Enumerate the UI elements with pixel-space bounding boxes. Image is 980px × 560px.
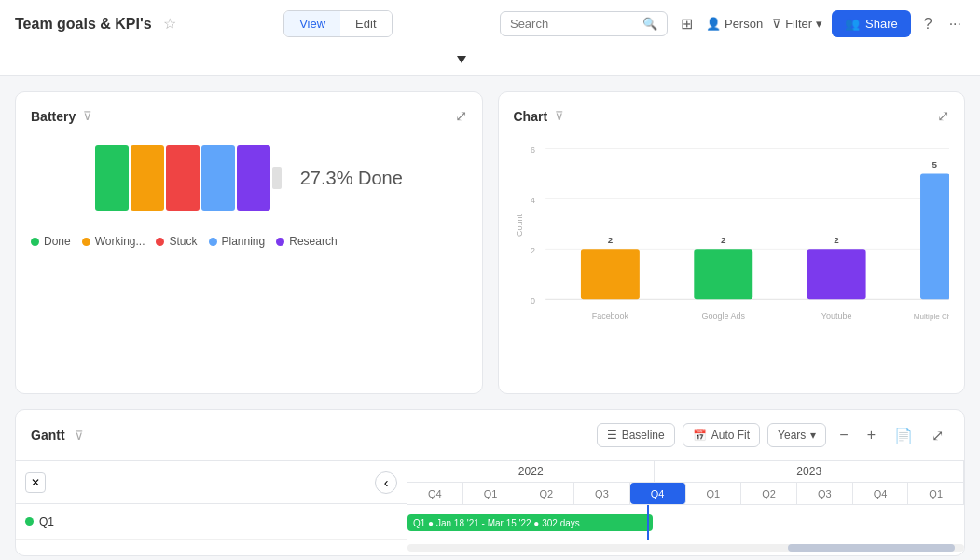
search-box[interactable]: 🔍 — [500, 11, 668, 36]
subheader — [0, 48, 980, 76]
gantt-title: Gantt — [31, 428, 65, 443]
main-content: Battery ⊽ ⤢ 27.3% Done Done Working... — [0, 76, 980, 560]
gantt-minus-button[interactable]: − — [834, 425, 853, 445]
gantt-scrollbar[interactable] — [407, 544, 964, 552]
svg-text:Facebook: Facebook — [591, 311, 628, 321]
year-2022: 2022 — [407, 461, 655, 482]
battery-visual: 27.3% Done — [31, 136, 467, 229]
legend-item-planning: Planning — [209, 235, 266, 248]
svg-text:5: 5 — [932, 159, 937, 170]
baseline-button[interactable]: ☰ Baseline — [597, 423, 675, 447]
battery-cap — [272, 167, 282, 189]
header: Team goals & KPI's ☆ View Edit 🔍 ⊞ 👤 Per… — [0, 0, 980, 48]
chart-card-header: Chart ⊽ ⤢ — [514, 107, 950, 125]
battery-percent-text: 27.3% Done — [300, 168, 403, 189]
battery-bar-done — [95, 145, 129, 211]
svg-text:Youtube: Youtube — [821, 311, 851, 321]
edit-button[interactable]: Edit — [340, 11, 391, 36]
quarter-q3-2022: Q3 — [574, 483, 630, 504]
quarter-q1-2023: Q1 — [686, 483, 742, 504]
help-icon[interactable]: ? — [920, 12, 936, 36]
share-icon: 👥 — [845, 17, 860, 31]
table-icon[interactable]: ⊞ — [677, 11, 697, 36]
gantt-timeline-header: 2022 2023 Q4 Q1 Q2 Q3 Q4 Q1 Q2 — [407, 461, 964, 505]
view-button[interactable]: View — [284, 11, 340, 36]
legend-item-research: Research — [276, 235, 337, 248]
quarter-q2-2023: Q2 — [741, 483, 797, 504]
legend-label-stuck: Stuck — [169, 235, 197, 248]
legend-item-done: Done — [31, 235, 71, 248]
chevron-down-icon: ▾ — [816, 17, 822, 31]
chart-filter-icon[interactable]: ⊽ — [555, 109, 564, 123]
battery-legend: Done Working... Stuck Planning Research — [31, 229, 467, 248]
battery-title: Battery — [31, 109, 76, 124]
gantt-today-line — [647, 505, 649, 540]
bar-facebook — [580, 249, 639, 299]
years-select[interactable]: Years ▾ — [767, 423, 826, 447]
svg-text:Google Ads: Google Ads — [701, 311, 745, 321]
chart-area: 6 4 2 0 Count 2 Facebook 2 Google Ads — [514, 136, 950, 378]
autofit-icon: 📅 — [693, 429, 707, 442]
filter-icon: ⊽ — [772, 17, 781, 31]
legend-dot-stuck — [156, 238, 164, 246]
search-icon: 🔍 — [642, 17, 657, 31]
gantt-right: 2022 2023 Q4 Q1 Q2 Q3 Q4 Q1 Q2 — [407, 461, 964, 555]
battery-bar-working — [131, 145, 164, 211]
gantt-plus-button[interactable]: + — [862, 425, 881, 445]
view-edit-toggle: View Edit — [283, 10, 392, 37]
filter-button[interactable]: ⊽ Filter ▾ — [772, 17, 822, 31]
battery-bars — [95, 145, 282, 211]
autofit-button[interactable]: 📅 Auto Fit — [683, 423, 760, 447]
chart-title: Chart — [514, 109, 548, 124]
gantt-header: Gantt ⊽ ☰ Baseline 📅 Auto Fit Years ▾ − … — [16, 410, 964, 461]
svg-text:Multiple Cha: Multiple Cha — [913, 312, 949, 321]
person-icon: 👤 — [706, 17, 721, 31]
gantt-left: ✕ ‹ Q1 — [16, 461, 407, 555]
gantt-scroll-left-button[interactable]: ‹ — [375, 471, 397, 494]
person-button[interactable]: 👤 Person — [706, 17, 763, 31]
quarter-q4-2022-highlight: Q4 — [630, 483, 686, 504]
legend-item-working: Working... — [82, 235, 145, 248]
legend-label-planning: Planning — [222, 235, 266, 248]
quarter-q1-2022: Q1 — [463, 483, 519, 504]
gantt-expand-button[interactable]: ⤢ — [926, 425, 949, 446]
svg-text:2: 2 — [607, 235, 613, 245]
quarter-q4-2023: Q4 — [853, 483, 909, 504]
gantt-left-header: ✕ ‹ — [16, 461, 407, 504]
bar-google-ads — [694, 249, 752, 299]
share-button[interactable]: 👥 Share — [832, 10, 911, 37]
star-icon[interactable]: ☆ — [163, 15, 176, 33]
gantt-filter-icon[interactable]: ⊽ — [75, 429, 84, 443]
header-right: 🔍 ⊞ 👤 Person ⊽ Filter ▾ 👥 Share ? ··· — [500, 10, 965, 37]
svg-text:Count: Count — [515, 213, 524, 236]
battery-expand-button[interactable]: ⤢ — [455, 107, 467, 125]
bar-multiple — [920, 173, 949, 299]
gantt-collapse-button[interactable]: ✕ — [25, 472, 46, 493]
gantt-year-row: 2022 2023 — [407, 461, 964, 483]
legend-dot-done — [31, 238, 39, 246]
gantt-body: ✕ ‹ Q1 2022 — [16, 461, 964, 555]
gantt-controls: ☰ Baseline 📅 Auto Fit Years ▾ − + 📄 ⤢ — [597, 423, 949, 447]
chart-card: Chart ⊽ ⤢ 6 4 2 0 Count 2 Faceb — [498, 91, 966, 394]
gantt-row-dot — [25, 517, 34, 526]
legend-dot-planning — [209, 238, 217, 246]
chevron-down-icon: ▾ — [810, 429, 816, 442]
battery-filter-icon[interactable]: ⊽ — [83, 109, 92, 123]
gantt-bar-q1: Q1 ● Jan 18 '21 - Mar 15 '22 ● 302 days — [407, 514, 653, 531]
quarter-q4-2021: Q4 — [407, 483, 463, 504]
legend-label-working: Working... — [95, 235, 145, 248]
svg-text:2: 2 — [834, 235, 839, 245]
gantt-quarter-row: Q4 Q1 Q2 Q3 Q4 Q1 Q2 Q3 Q4 Q1 — [407, 483, 964, 504]
year-2023: 2023 — [655, 461, 964, 482]
battery-card-header: Battery ⊽ ⤢ — [31, 107, 467, 125]
svg-text:4: 4 — [530, 196, 534, 205]
quarter-q3-2023: Q3 — [797, 483, 853, 504]
legend-dot-research — [276, 238, 284, 246]
baseline-icon: ☰ — [607, 429, 617, 442]
chart-expand-button[interactable]: ⤢ — [937, 107, 949, 125]
more-icon[interactable]: ··· — [945, 12, 965, 36]
gantt-scrollbar-thumb — [788, 544, 955, 552]
quarter-q1-2024: Q1 — [908, 483, 964, 504]
search-input[interactable] — [510, 17, 637, 31]
gantt-export-button[interactable]: 📄 — [889, 425, 918, 446]
